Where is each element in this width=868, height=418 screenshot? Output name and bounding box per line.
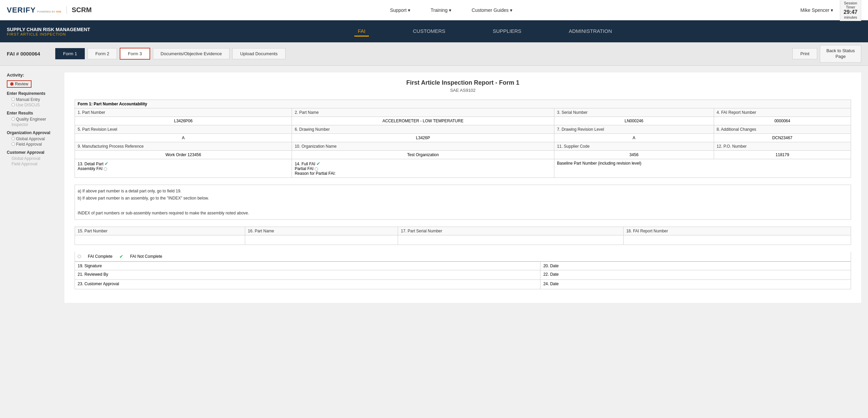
header-drawing-rev: 7. Drawing Revision Level bbox=[554, 125, 714, 133]
fai-complete-radio[interactable] bbox=[78, 255, 81, 258]
global-approval-2-item: Global Approval bbox=[12, 156, 58, 161]
field20-label: 20. Date bbox=[540, 262, 851, 270]
nav-customers[interactable]: CUSTOMERS bbox=[410, 26, 449, 37]
index-header-17: 17. Part Serial Number bbox=[398, 227, 624, 235]
field14-check: ✔ bbox=[316, 161, 320, 166]
value-add-changes: DCN23467 bbox=[714, 133, 851, 142]
header-fai-report: 4. FAI Report Number bbox=[714, 108, 851, 117]
session-timer: Session Timer 29:47 minutes bbox=[840, 0, 861, 21]
field13-cell: 13. Detail Part ✔ Assembly FAI bbox=[75, 159, 292, 177]
field13-check: ✔ bbox=[104, 161, 108, 166]
field-approval-1-item[interactable]: Field Approval bbox=[12, 142, 58, 147]
header-mfg-process: 9. Manufacturing Process Reference bbox=[75, 142, 292, 150]
review-label: Review bbox=[15, 82, 28, 86]
top-navigation: VERIFY POWERED BY IVIS SCRM Support ▾ Tr… bbox=[0, 0, 868, 20]
tab-docs[interactable]: Documents/Objective Evidence bbox=[153, 48, 230, 59]
app-title: SUPPLY CHAIN RISK MANAGEMENT bbox=[7, 27, 108, 32]
value-mfg-process: Work Order 123456 bbox=[75, 150, 292, 159]
customer-guides-link[interactable]: Customer Guides ▾ bbox=[472, 7, 512, 13]
use-discus-radio bbox=[12, 103, 15, 106]
manual-entry-item[interactable]: Manual Entry bbox=[12, 97, 58, 102]
enter-results-label: Enter Results bbox=[7, 111, 58, 116]
sec-nav-links: FAI CUSTOMERS SUPPLIERS ADMINISTRATION bbox=[108, 26, 861, 37]
app-subtitle: FIRST ARTICLE INSPECTION bbox=[7, 32, 108, 36]
partial-fai-radio[interactable] bbox=[315, 167, 318, 171]
partial-fai-label: Partial FAI bbox=[295, 166, 313, 171]
customer-approval-label: Customer Approval bbox=[7, 150, 58, 155]
review-radio bbox=[10, 82, 14, 86]
global-approval-1-radio bbox=[12, 137, 15, 140]
org-approval-label: Organization Approval bbox=[7, 130, 58, 135]
top-nav-links: Support ▾ Training ▾ Customer Guides ▾ bbox=[102, 7, 800, 13]
quality-engineer-radio bbox=[12, 117, 15, 121]
training-link[interactable]: Training ▾ bbox=[431, 7, 451, 13]
form1-section-header: Form 1: Part Number Accountability bbox=[75, 100, 851, 108]
logo-area: VERIFY POWERED BY IVIS SCRM bbox=[7, 6, 92, 15]
info-line2: b) If above part number is an assembly, … bbox=[78, 195, 848, 202]
header-org-name: 10. Organization Name bbox=[292, 142, 554, 150]
header-rev-level: 5. Part Revision Level bbox=[75, 125, 292, 133]
field13-label: 13. Detail Part bbox=[78, 162, 103, 166]
index-row-18 bbox=[623, 235, 851, 245]
app-title-block: SUPPLY CHAIN RISK MANAGEMENT FIRST ARTIC… bbox=[7, 27, 108, 36]
value-fai-report: 0000064 bbox=[714, 117, 851, 125]
header-add-changes: 8. Additional Changes bbox=[714, 125, 851, 133]
index-header-18: 18. FAI Report Number bbox=[623, 227, 851, 235]
value-part-name: ACCELEROMETER - LOW TEMPERATURE bbox=[292, 117, 554, 125]
value-drawing-number: L3426P bbox=[292, 133, 554, 142]
header-part-name: 2. Part Name bbox=[292, 108, 554, 117]
review-box[interactable]: Review bbox=[7, 80, 32, 88]
logo-verify: VERIFY POWERED BY IVIS bbox=[7, 6, 61, 15]
nav-fai[interactable]: FAI bbox=[354, 26, 369, 37]
global-approval-1-item[interactable]: Global Approval bbox=[12, 137, 58, 141]
header-supplier-code: 11. Supplier Code bbox=[554, 142, 714, 150]
verify-text: VERIFY bbox=[7, 6, 36, 14]
index-header-16: 16. Part Name bbox=[245, 227, 398, 235]
review-item[interactable]: Review bbox=[7, 80, 58, 88]
tab-form1[interactable]: Form 1 bbox=[55, 48, 85, 59]
value-part-number: L3426P06 bbox=[75, 117, 292, 125]
fai-not-complete-check: ✔ bbox=[119, 254, 123, 259]
tab-form2[interactable]: Form 2 bbox=[87, 48, 117, 59]
tab-upload[interactable]: Upload Documents bbox=[232, 48, 285, 59]
index-row-15 bbox=[75, 235, 245, 245]
form1-table: Form 1: Part Number Accountability 1. Pa… bbox=[75, 100, 851, 178]
back-to-status-button[interactable]: Back to StatusPage bbox=[820, 45, 861, 63]
bottom-table: 19. Signature 20. Date 21. Reviewed By 2… bbox=[75, 262, 851, 289]
inspector-label: Inspector bbox=[12, 122, 28, 127]
field-approval-1-radio bbox=[12, 142, 15, 146]
form-main-title: First Article Inspection Report - Form 1 bbox=[75, 79, 851, 86]
field24-label: 24. Date bbox=[540, 280, 851, 289]
global-approval-2-label: Global Approval bbox=[12, 156, 40, 161]
info-line3: INDEX of part numbers or sub-assembly nu… bbox=[78, 210, 848, 217]
quality-engineer-item[interactable]: Quality Engineer bbox=[12, 117, 58, 122]
assembly-fai-radio[interactable] bbox=[104, 167, 107, 171]
field19-label: 19. Signature bbox=[75, 262, 540, 270]
baseline-cell: Baseline Part Number (including revision… bbox=[554, 159, 851, 177]
inspector-item: Inspector bbox=[12, 122, 58, 127]
header-po-number: 12. P.O. Number bbox=[714, 142, 851, 150]
support-link[interactable]: Support ▾ bbox=[390, 7, 410, 13]
index-table: 15. Part Number 16. Part Name 17. Part S… bbox=[75, 227, 851, 245]
tab-form3[interactable]: Form 3 bbox=[120, 48, 150, 60]
field14-label: 14. Full FAI bbox=[295, 162, 315, 166]
index-row-17 bbox=[398, 235, 624, 245]
user-menu[interactable]: Mike Spencer ▾ bbox=[801, 7, 833, 13]
tab-bar: FAI # 0000064 Form 1 Form 2 Form 3 Docum… bbox=[0, 42, 868, 66]
fai-status-row: FAI Complete ✔ FAI Not Complete bbox=[75, 252, 851, 262]
fai-not-complete-label: FAI Not Complete bbox=[130, 254, 162, 259]
reason-label: Reason for Partial FAI: bbox=[295, 171, 336, 176]
top-nav-right: Mike Spencer ▾ Session Timer 29:47 minut… bbox=[801, 0, 861, 21]
info-line1: a) If above part number is a detail part… bbox=[78, 188, 848, 195]
print-button[interactable]: Print bbox=[792, 48, 817, 59]
baseline-label: Baseline Part Number (including revision… bbox=[557, 161, 642, 166]
ivis-brand: IVIS bbox=[56, 10, 61, 13]
field23-label: 23. Customer Approval bbox=[75, 280, 540, 289]
form-area: First Article Inspection Report - Form 1… bbox=[64, 72, 861, 303]
secondary-navigation: SUPPLY CHAIN RISK MANAGEMENT FIRST ARTIC… bbox=[0, 20, 868, 42]
value-po-number: 118179 bbox=[714, 150, 851, 159]
nav-suppliers[interactable]: SUPPLIERS bbox=[489, 26, 525, 37]
manual-entry-label: Manual Entry bbox=[16, 97, 40, 102]
use-discus-item: Use DISCUS bbox=[12, 103, 58, 107]
nav-administration[interactable]: ADMINISTRATION bbox=[566, 26, 615, 37]
